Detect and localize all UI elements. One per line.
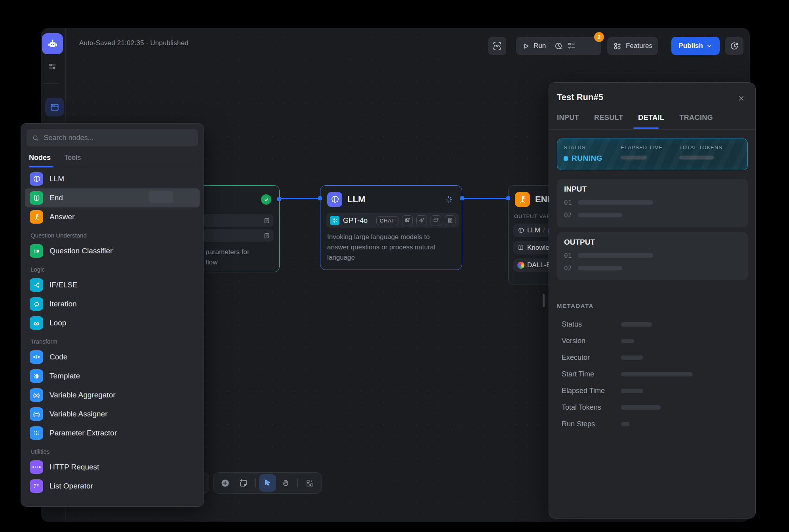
hand-mode-button[interactable] <box>277 474 294 492</box>
node-selector-panel: Nodes Tools LLM End Answer <box>21 123 204 507</box>
loading-spinner-icon <box>445 196 453 203</box>
run-button-label: Run <box>534 42 546 50</box>
section-label: Transform <box>30 338 204 346</box>
node-item-end[interactable]: End <box>25 188 200 207</box>
end-book-icon <box>30 191 43 205</box>
metadata-row: Status <box>562 320 652 329</box>
tab-result[interactable]: RESULT <box>594 114 623 122</box>
panel-title: Test Run#5 <box>557 92 603 103</box>
node-item-list-operator[interactable]: List Operator <box>25 477 200 496</box>
total-tokens-label: TOTAL TOKENS <box>679 144 741 150</box>
node-item-answer[interactable]: Answer <box>25 207 200 226</box>
active-tab-underline <box>633 127 659 129</box>
node-item-label: Iteration <box>50 300 77 308</box>
run-panel-tabs: INPUT RESULT DETAIL TRACING <box>557 114 713 122</box>
template-icon <box>30 369 43 383</box>
document-capability-icon <box>445 215 455 226</box>
audio-capability-icon <box>416 215 427 226</box>
node-item-label: Question Classifier <box>50 247 112 255</box>
add-node-button[interactable] <box>217 474 234 492</box>
variable-aggregator-icon: {x} <box>30 388 43 402</box>
llm-node-description: Invoking large language models to answer… <box>327 232 444 263</box>
status-value: RUNING <box>572 154 602 163</box>
run-button[interactable]: Run <box>522 42 546 50</box>
tab-tracing[interactable]: TRACING <box>679 114 713 122</box>
features-button[interactable]: Features <box>607 37 658 55</box>
add-note-button[interactable] <box>235 474 252 492</box>
skeleton-bar <box>621 355 643 360</box>
iteration-cycle-icon <box>30 297 43 311</box>
run-history-icon[interactable] <box>554 42 563 51</box>
skeleton-bar <box>621 422 629 426</box>
autosave-status: Auto-Saved 21:02:35 · Unpublished <box>79 39 189 47</box>
metadata-label: Status <box>562 320 621 329</box>
openai-logo-icon <box>330 216 339 225</box>
ifelse-branch-icon <box>30 278 43 292</box>
output-card-title: OUTPUT <box>564 238 741 247</box>
node-item-code[interactable]: </> Code <box>25 348 200 367</box>
llm-node[interactable]: LLM GPT-4o CHAT <box>320 185 462 270</box>
env-button[interactable]: ENV <box>488 37 506 55</box>
metadata-row: Run Steps <box>562 420 629 428</box>
tab-tools[interactable]: Tools <box>64 154 81 163</box>
tab-nodes[interactable]: Nodes <box>29 154 51 163</box>
toolbar-divider <box>297 479 298 487</box>
elapsed-time-label: ELAPSED TIME <box>621 144 679 150</box>
node-item-variable-assigner[interactable]: {=} Variable Assigner <box>25 405 200 424</box>
line-number: 01 <box>564 199 572 206</box>
node-item-http-request[interactable]: HTTP HTTP Request <box>25 458 200 477</box>
node-item-template[interactable]: Template <box>25 367 200 386</box>
start-node-description: parameters for flow <box>206 247 250 268</box>
node-item-ifelse[interactable]: IF/ELSE <box>25 276 200 294</box>
notification-badge: 2 <box>594 32 604 42</box>
status-card: STATUS RUNING ELAPSED TIME TOTAL TOKENS <box>557 139 748 170</box>
checklist-icon[interactable] <box>567 42 576 51</box>
node-item-variable-aggregator[interactable]: {x} Variable Aggregator <box>25 386 200 405</box>
document-icon <box>263 217 270 224</box>
search-icon <box>32 134 39 142</box>
llm-brain-icon <box>327 192 342 207</box>
workflow-settings-icon[interactable] <box>47 61 57 72</box>
tab-detail[interactable]: DETAIL <box>638 114 664 122</box>
node-item-iteration[interactable]: Iteration <box>25 294 200 314</box>
panel-resize-handle[interactable] <box>543 294 545 307</box>
llm-node-title: LLM <box>347 194 365 205</box>
chevron-down-icon <box>706 43 713 49</box>
separator: / <box>543 226 545 234</box>
canvas-control-toolbar <box>213 472 322 494</box>
search-input[interactable] <box>43 133 192 142</box>
node-item-llm[interactable]: LLM <box>25 169 200 188</box>
tab-input[interactable]: INPUT <box>557 114 579 122</box>
output-port[interactable] <box>277 197 281 201</box>
node-item-label: End <box>50 194 63 202</box>
node-search[interactable] <box>27 129 198 146</box>
node-item-loop[interactable]: ∞ Loop <box>25 314 200 332</box>
input-port[interactable] <box>318 196 322 200</box>
input-card-title: INPUT <box>564 185 741 194</box>
tabs-divider <box>549 129 755 130</box>
edge-llm-to-end <box>461 198 509 199</box>
edge-start-to-llm <box>279 198 320 199</box>
organize-layout-button[interactable] <box>301 474 318 492</box>
pointer-mode-button[interactable] <box>259 474 276 492</box>
variable-assigner-icon: {=} <box>30 407 43 421</box>
app-logo-robot-icon[interactable] <box>42 33 63 54</box>
version-history-button[interactable] <box>725 37 743 55</box>
node-item-question-classifier[interactable]: Question Classifier <box>25 241 200 260</box>
skeleton-bar <box>621 322 652 327</box>
model-name: GPT-4o <box>343 217 368 225</box>
toolbar-divider <box>255 479 256 487</box>
output-port[interactable] <box>460 196 464 200</box>
model-selector[interactable]: GPT-4o CHAT <box>326 213 459 228</box>
node-item-parameter-extractor[interactable]: Parameter Extractor <box>25 424 200 443</box>
success-check-icon <box>261 194 271 205</box>
toolbar-divider <box>550 42 550 50</box>
node-item-label: HTTP Request <box>50 463 99 471</box>
skeleton-bar <box>578 253 653 258</box>
parameter-extractor-icon <box>30 426 43 440</box>
publish-button[interactable]: Publish <box>671 37 720 55</box>
rail-divider <box>44 83 59 84</box>
input-port[interactable] <box>506 196 510 200</box>
close-icon[interactable] <box>736 93 746 103</box>
preview-window-icon[interactable] <box>45 98 64 116</box>
